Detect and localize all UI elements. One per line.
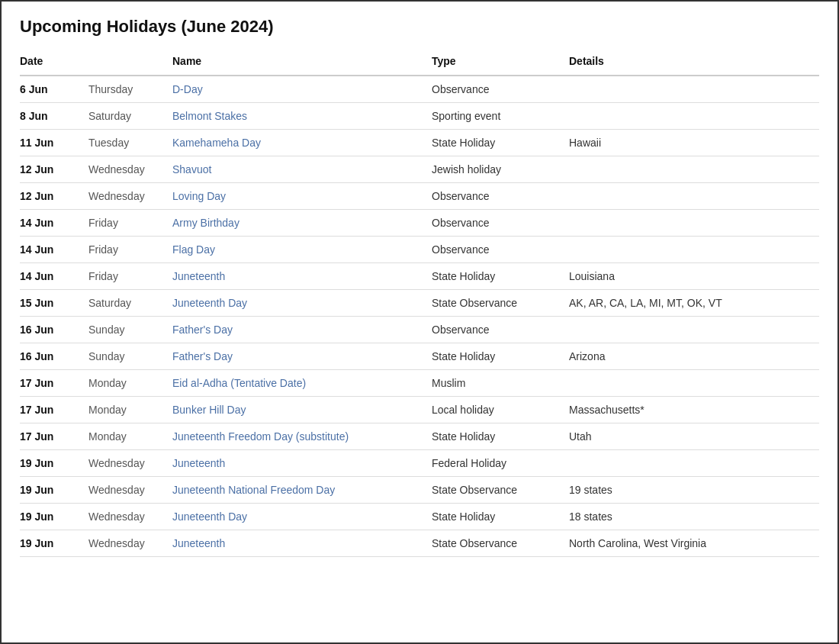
table-row: 17 JunMondayJuneteenth Freedom Day (subs…: [20, 423, 819, 450]
holiday-link[interactable]: Kamehameha Day: [172, 137, 261, 149]
cell-type: State Observance: [432, 290, 569, 317]
cell-details: Arizona: [569, 343, 819, 370]
cell-name[interactable]: Father's Day: [172, 317, 432, 343]
cell-name[interactable]: Loving Day: [172, 183, 432, 210]
holiday-link[interactable]: Juneteenth: [172, 270, 225, 282]
cell-details: [569, 210, 819, 237]
cell-date: 11 Jun: [20, 130, 88, 156]
cell-date: 19 Jun: [20, 530, 88, 557]
holiday-link[interactable]: Juneteenth Freedom Day (substitute): [172, 430, 349, 443]
cell-date: 6 Jun: [20, 76, 88, 103]
holiday-link[interactable]: Eid al-Adha (Tentative Date): [172, 377, 306, 389]
holiday-link[interactable]: Juneteenth: [172, 537, 225, 549]
cell-name[interactable]: Army Birthday: [172, 210, 432, 237]
cell-day: Wednesday: [88, 450, 172, 477]
col-header-day: [88, 50, 172, 76]
holiday-link[interactable]: Father's Day: [172, 324, 233, 336]
holiday-link[interactable]: Belmont Stakes: [172, 110, 247, 122]
holiday-link[interactable]: Army Birthday: [172, 217, 239, 229]
cell-details: [569, 237, 819, 263]
holiday-link[interactable]: Loving Day: [172, 190, 226, 202]
cell-date: 19 Jun: [20, 450, 88, 477]
holiday-link[interactable]: Father's Day: [172, 350, 233, 362]
cell-day: Monday: [88, 370, 172, 397]
cell-name[interactable]: Kamehameha Day: [172, 130, 432, 156]
holiday-link[interactable]: Juneteenth Day: [172, 510, 247, 523]
cell-details: Utah: [569, 423, 819, 450]
cell-type: Observance: [432, 183, 569, 210]
table-row: 19 JunWednesdayJuneteenth National Freed…: [20, 477, 819, 504]
cell-day: Saturday: [88, 290, 172, 317]
cell-date: 14 Jun: [20, 263, 88, 290]
cell-type: Observance: [432, 76, 569, 103]
table-row: 19 JunWednesdayJuneteenth DayState Holid…: [20, 504, 819, 530]
cell-name[interactable]: Juneteenth Freedom Day (substitute): [172, 423, 432, 450]
cell-type: State Holiday: [432, 504, 569, 530]
cell-day: Wednesday: [88, 504, 172, 530]
cell-day: Friday: [88, 237, 172, 263]
table-row: 16 JunSundayFather's DayState HolidayAri…: [20, 343, 819, 370]
table-row: 12 JunWednesdayLoving DayObservance: [20, 183, 819, 210]
cell-details: AK, AR, CA, LA, MI, MT, OK, VT: [569, 290, 819, 317]
cell-details: Louisiana: [569, 263, 819, 290]
cell-details: [569, 156, 819, 183]
cell-date: 16 Jun: [20, 343, 88, 370]
cell-date: 8 Jun: [20, 103, 88, 130]
table-row: 12 JunWednesdayShavuotJewish holiday: [20, 156, 819, 183]
cell-name[interactable]: Flag Day: [172, 237, 432, 263]
table-row: 6 JunThursdayD-DayObservance: [20, 76, 819, 103]
cell-details: [569, 183, 819, 210]
cell-day: Tuesday: [88, 130, 172, 156]
cell-name[interactable]: Belmont Stakes: [172, 103, 432, 130]
cell-name[interactable]: Juneteenth: [172, 450, 432, 477]
cell-type: Jewish holiday: [432, 156, 569, 183]
table-row: 11 JunTuesdayKamehameha DayState Holiday…: [20, 130, 819, 156]
table-row: 15 JunSaturdayJuneteenth DayState Observ…: [20, 290, 819, 317]
cell-type: State Observance: [432, 477, 569, 504]
holiday-link[interactable]: Shavuot: [172, 163, 211, 175]
cell-day: Sunday: [88, 317, 172, 343]
cell-details: [569, 76, 819, 103]
cell-details: [569, 450, 819, 477]
cell-name[interactable]: Juneteenth: [172, 530, 432, 557]
cell-details: Massachusetts*: [569, 397, 819, 423]
cell-day: Saturday: [88, 103, 172, 130]
main-container: Upcoming Holidays (June 2024) Date Name …: [0, 0, 839, 644]
holiday-link[interactable]: Bunker Hill Day: [172, 404, 246, 416]
table-row: 8 JunSaturdayBelmont StakesSporting even…: [20, 103, 819, 130]
cell-name[interactable]: Juneteenth National Freedom Day: [172, 477, 432, 504]
cell-type: Local holiday: [432, 397, 569, 423]
table-row: 17 JunMondayEid al-Adha (Tentative Date)…: [20, 370, 819, 397]
cell-date: 16 Jun: [20, 317, 88, 343]
cell-name[interactable]: Juneteenth Day: [172, 290, 432, 317]
cell-name[interactable]: Juneteenth Day: [172, 504, 432, 530]
page-title: Upcoming Holidays (June 2024): [20, 17, 819, 37]
cell-type: Observance: [432, 210, 569, 237]
holiday-link[interactable]: Juneteenth National Freedom Day: [172, 484, 335, 496]
cell-details: 18 states: [569, 504, 819, 530]
cell-name[interactable]: Juneteenth: [172, 263, 432, 290]
holiday-link[interactable]: Juneteenth: [172, 457, 225, 469]
holiday-link[interactable]: D-Day: [172, 83, 203, 95]
cell-day: Wednesday: [88, 156, 172, 183]
cell-details: [569, 103, 819, 130]
cell-name[interactable]: Father's Day: [172, 343, 432, 370]
cell-date: 19 Jun: [20, 504, 88, 530]
holiday-link[interactable]: Juneteenth Day: [172, 297, 247, 309]
col-header-type: Type: [432, 50, 569, 76]
col-header-date: Date: [20, 50, 88, 76]
cell-type: State Holiday: [432, 343, 569, 370]
cell-name[interactable]: Bunker Hill Day: [172, 397, 432, 423]
cell-date: 17 Jun: [20, 370, 88, 397]
cell-date: 17 Jun: [20, 423, 88, 450]
cell-name[interactable]: Shavuot: [172, 156, 432, 183]
table-row: 14 JunFridayArmy BirthdayObservance: [20, 210, 819, 237]
cell-type: Observance: [432, 317, 569, 343]
cell-name[interactable]: Eid al-Adha (Tentative Date): [172, 370, 432, 397]
cell-name[interactable]: D-Day: [172, 76, 432, 103]
cell-type: Federal Holiday: [432, 450, 569, 477]
cell-day: Wednesday: [88, 183, 172, 210]
holiday-link[interactable]: Flag Day: [172, 243, 215, 256]
cell-day: Thursday: [88, 76, 172, 103]
table-row: 14 JunFridayJuneteenthState HolidayLouis…: [20, 263, 819, 290]
